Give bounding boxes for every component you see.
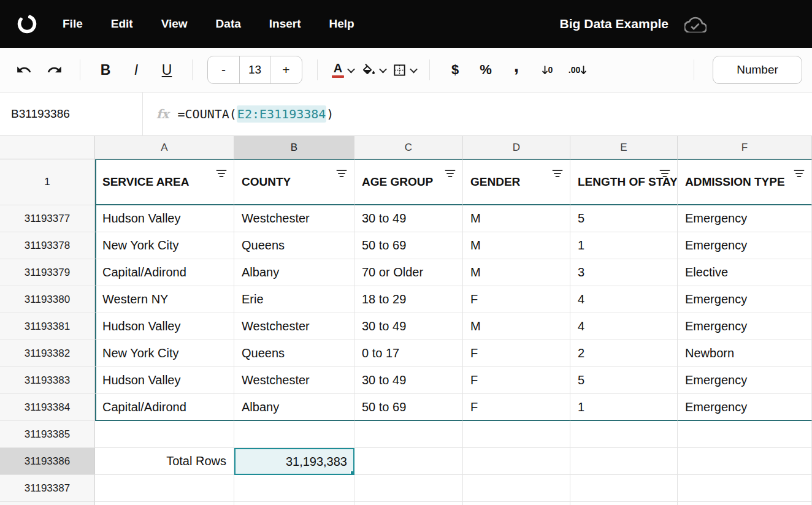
- cell[interactable]: [354, 502, 463, 505]
- cell[interactable]: F: [463, 286, 570, 313]
- row-number[interactable]: 31193386: [0, 448, 95, 475]
- row-number[interactable]: 1: [0, 159, 95, 205]
- cell[interactable]: 18 to 29: [354, 286, 463, 313]
- font-size-value[interactable]: 13: [239, 56, 270, 83]
- cell[interactable]: 70 or Older: [354, 259, 463, 286]
- menu-insert[interactable]: Insert: [269, 17, 301, 31]
- cell[interactable]: [463, 502, 570, 505]
- cell[interactable]: New York City: [95, 232, 234, 259]
- column-header-c[interactable]: C: [354, 136, 463, 159]
- cell[interactable]: [95, 502, 234, 505]
- cell[interactable]: M: [463, 232, 570, 259]
- cell[interactable]: [463, 448, 570, 475]
- cell[interactable]: Emergency: [678, 286, 812, 313]
- cell[interactable]: [234, 421, 354, 448]
- filter-icon[interactable]: [216, 169, 227, 178]
- undo-button[interactable]: [10, 56, 37, 84]
- row-number[interactable]: 31193387: [0, 475, 95, 502]
- filter-icon[interactable]: [794, 169, 805, 178]
- cell[interactable]: Albany: [234, 259, 354, 286]
- row-number[interactable]: 31193385: [0, 421, 95, 448]
- increase-decimal-button[interactable]: .00: [564, 56, 591, 84]
- cell[interactable]: Hudson Valley: [95, 367, 234, 394]
- menu-file[interactable]: File: [63, 17, 83, 31]
- filter-icon[interactable]: [659, 169, 670, 178]
- cell[interactable]: M: [463, 259, 570, 286]
- cell[interactable]: [570, 475, 678, 502]
- redo-button[interactable]: [41, 56, 68, 84]
- header-cell-age-group[interactable]: AGE GROUP: [354, 159, 463, 205]
- row-number[interactable]: 31193378: [0, 232, 95, 259]
- cell[interactable]: [354, 475, 463, 502]
- row-number[interactable]: 31193381: [0, 313, 95, 340]
- cell[interactable]: 30 to 49: [354, 313, 463, 340]
- cell[interactable]: [678, 502, 812, 505]
- document-title[interactable]: Big Data Example: [560, 17, 668, 31]
- cell[interactable]: 2: [570, 340, 678, 367]
- number-format-dropdown[interactable]: Number: [713, 56, 802, 84]
- cell[interactable]: [95, 475, 234, 502]
- decrease-decimal-button[interactable]: 0: [534, 56, 561, 84]
- cell[interactable]: Emergency: [678, 394, 812, 421]
- row-number[interactable]: 31193377: [0, 205, 95, 232]
- menu-edit[interactable]: Edit: [111, 17, 133, 31]
- total-rows-label-cell[interactable]: Total Rows: [95, 448, 234, 475]
- row-number[interactable]: 31193384: [0, 394, 95, 421]
- cell[interactable]: 5: [570, 205, 678, 232]
- cell[interactable]: Westchester: [234, 367, 354, 394]
- cell[interactable]: 4: [570, 313, 678, 340]
- cell[interactable]: [678, 475, 812, 502]
- select-all-corner[interactable]: [0, 136, 95, 159]
- bold-button[interactable]: B: [92, 56, 119, 84]
- cell[interactable]: F: [463, 394, 570, 421]
- column-header-f[interactable]: F: [678, 136, 812, 159]
- column-header-e[interactable]: E: [570, 136, 678, 159]
- menu-help[interactable]: Help: [329, 17, 354, 31]
- cell[interactable]: [95, 421, 234, 448]
- filter-icon[interactable]: [552, 169, 563, 178]
- cell[interactable]: [570, 421, 678, 448]
- cell[interactable]: [570, 448, 678, 475]
- cell-reference-box[interactable]: B31193386: [0, 107, 142, 121]
- borders-button[interactable]: [391, 56, 418, 84]
- column-header-a[interactable]: A: [95, 136, 234, 159]
- cell[interactable]: [678, 448, 812, 475]
- app-logo-icon[interactable]: [13, 10, 40, 37]
- cell[interactable]: M: [463, 313, 570, 340]
- fill-color-button[interactable]: [360, 56, 387, 84]
- cell[interactable]: Capital/Adirond: [95, 394, 234, 421]
- cell[interactable]: Westchester: [234, 205, 354, 232]
- currency-format-button[interactable]: $: [442, 56, 469, 84]
- cell[interactable]: M: [463, 205, 570, 232]
- cell[interactable]: Emergency: [678, 205, 812, 232]
- row-number[interactable]: 31193383: [0, 367, 95, 394]
- cell[interactable]: [463, 421, 570, 448]
- header-cell-length-of-stay[interactable]: LENGTH OF STAY: [570, 159, 678, 205]
- cell[interactable]: Western NY: [95, 286, 234, 313]
- filter-icon[interactable]: [445, 169, 456, 178]
- formula-input[interactable]: =COUNTA(E2:E31193384): [178, 105, 334, 123]
- fill-handle[interactable]: [350, 471, 354, 475]
- text-color-button[interactable]: A: [329, 56, 356, 84]
- cell[interactable]: 50 to 69: [354, 394, 463, 421]
- cell[interactable]: 5: [570, 367, 678, 394]
- cell[interactable]: F: [463, 367, 570, 394]
- menu-data[interactable]: Data: [216, 17, 241, 31]
- cell[interactable]: Westchester: [234, 313, 354, 340]
- row-number[interactable]: 31193379: [0, 259, 95, 286]
- cell[interactable]: [354, 421, 463, 448]
- italic-button[interactable]: I: [123, 56, 150, 84]
- font-size-increase-button[interactable]: +: [270, 56, 302, 83]
- cell[interactable]: Queens: [234, 232, 354, 259]
- cell[interactable]: 4: [570, 286, 678, 313]
- header-cell-admission-type[interactable]: ADMISSION TYPE: [678, 159, 812, 205]
- cell[interactable]: [463, 475, 570, 502]
- comma-format-button[interactable]: ,: [503, 56, 530, 84]
- cell[interactable]: F: [463, 340, 570, 367]
- cell[interactable]: Capital/Adirond: [95, 259, 234, 286]
- row-number[interactable]: 31193382: [0, 340, 95, 367]
- cell[interactable]: Newborn: [678, 340, 812, 367]
- cell[interactable]: Emergency: [678, 232, 812, 259]
- row-number[interactable]: [0, 502, 95, 505]
- underline-button[interactable]: U: [153, 56, 180, 84]
